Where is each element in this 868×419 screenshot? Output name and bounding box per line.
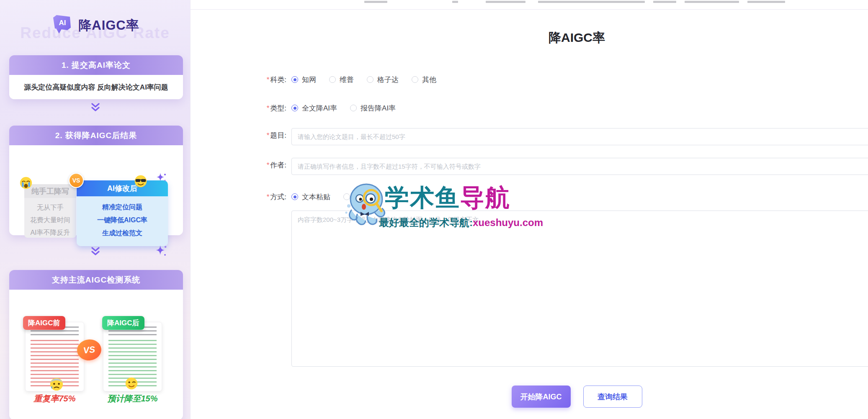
sidebar: Reduce AIGC Rate AI 降AIGC率 1. 提交高AI率论文 源…: [0, 0, 191, 419]
ai-item: 一键降低AIGC率: [77, 213, 168, 226]
radio-icon[interactable]: [291, 193, 298, 200]
radio-paste-text[interactable]: 文本粘贴: [291, 192, 330, 202]
manual-item: 无从下手: [24, 201, 76, 214]
chevron-down-icon: [87, 102, 104, 115]
start-reduce-aigc-button[interactable]: 开始降AIGC: [512, 386, 571, 408]
sparkle-icon: [154, 244, 168, 260]
type-label: *类型:: [258, 103, 291, 113]
radio-zhiwang[interactable]: 知网: [291, 75, 316, 85]
wink-emoji-icon: [125, 377, 138, 392]
radio-icon[interactable]: [343, 193, 350, 200]
chevron-down-icon: [87, 246, 104, 259]
vs-badge: VS: [69, 173, 84, 188]
method-row: *方式: 文本粘贴 上传文件: [258, 190, 395, 203]
top-clipped-header-strip: [191, 0, 868, 10]
radio-upload-file[interactable]: 上传文件: [343, 192, 382, 202]
radio-gezida[interactable]: 格子达: [367, 75, 399, 85]
category-label: *科类:: [258, 75, 291, 85]
query-result-button[interactable]: 查询结果: [583, 386, 642, 408]
ai-item: 精准定位问题: [77, 201, 168, 213]
required-asterisk: *: [267, 76, 270, 84]
radio-icon[interactable]: [291, 76, 298, 83]
step1-header: 1. 提交高AI率论文: [9, 55, 183, 75]
step3-header: 支持主流AIGC检测系统: [9, 270, 183, 290]
crying-emoji-icon: [19, 176, 33, 191]
before-aigc-badge: 降AIGC前: [23, 316, 65, 330]
before-rate-text: 重复率75%: [25, 393, 84, 404]
step1-panel: 1. 提交高AI率论文 源头定位高疑似度内容 反向解决论文AI率问题: [9, 55, 183, 99]
author-input[interactable]: [291, 158, 868, 175]
method-label: *方式:: [258, 192, 291, 202]
radio-icon[interactable]: [291, 105, 298, 111]
logo: AI 降AIGC率: [0, 13, 190, 38]
after-aigc-badge: 降AIGC后: [102, 316, 144, 330]
step1-description: 源头定位高疑似度内容 反向解决论文AI率问题: [24, 82, 168, 92]
page-title: 降AIGC率: [258, 29, 868, 46]
step2-panel: 2. 获得降AIGC后结果 纯手工降写 无从下手 花费大量时间 AI率不降反升 …: [9, 126, 183, 235]
type-row: *类型: 全文降AI率 报告降AI率: [258, 102, 409, 114]
action-buttons: 开始降AIGC 查询结果: [258, 386, 868, 408]
ai-modified-card: AI修改后 精准定位问题 一键降低AIGC率 生成过检范文: [77, 180, 168, 246]
manual-rewrite-card: 纯手工降写 无从下手 花费大量时间 AI率不降反升: [24, 184, 76, 238]
radio-report[interactable]: 报告降AI率: [350, 103, 396, 113]
radio-fulltext[interactable]: 全文降AI率: [291, 103, 337, 113]
ai-item: 生成过检范文: [77, 226, 168, 239]
logo-title: 降AIGC率: [78, 17, 139, 34]
manual-item: 花费大量时间: [24, 214, 76, 226]
category-row: *科类: 知网 维普 格子达 其他: [258, 73, 449, 86]
ai-arrow-badge-icon: AI: [51, 13, 73, 38]
step2-header: 2. 获得降AIGC后结果: [9, 126, 183, 145]
radio-icon[interactable]: [412, 76, 418, 83]
radio-icon[interactable]: [329, 76, 336, 83]
anxious-sweat-emoji-icon: [49, 377, 64, 393]
step3-panel: 支持主流AIGC检测系统 降AIGC前 降AIGC后 VS 重复率75% 预计降…: [9, 270, 183, 419]
manual-item: AI率不降反升: [24, 226, 76, 238]
watermark-title: 学术鱼导航: [385, 182, 510, 214]
ai-card-title: AI修改后: [77, 180, 168, 196]
content-textarea[interactable]: [291, 211, 868, 367]
main-content: 降AIGC率 *科类: 知网 维普 格子达 其他 *类型: 全文降AI率 报告降…: [191, 0, 868, 419]
title-label: *题目:: [258, 131, 291, 140]
sunglasses-emoji-icon: [134, 175, 147, 190]
sparkle-icon: [155, 172, 167, 186]
radio-icon[interactable]: [350, 105, 357, 111]
title-input[interactable]: [291, 128, 868, 145]
svg-text:AI: AI: [59, 19, 66, 27]
author-label: *作者:: [258, 160, 291, 170]
after-rate-text: 预计降至15%: [103, 393, 162, 404]
radio-other[interactable]: 其他: [412, 75, 436, 85]
radio-icon[interactable]: [367, 76, 373, 83]
radio-weipu[interactable]: 维普: [329, 75, 354, 85]
